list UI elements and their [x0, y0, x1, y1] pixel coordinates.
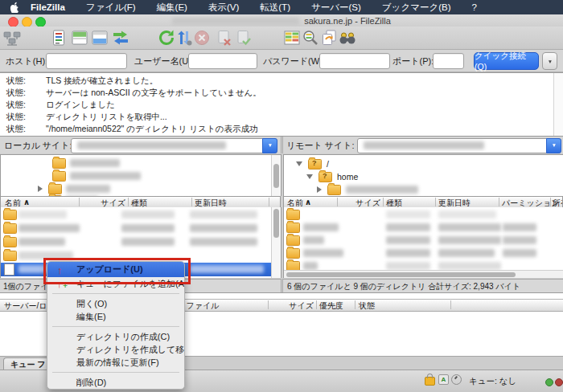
- log-row: 状態:TLS 接続が確立されました。: [0, 76, 555, 88]
- remote-file-row[interactable]: [284, 234, 563, 247]
- collapse-triangle-icon[interactable]: [296, 161, 302, 166]
- remote-file-row[interactable]: [284, 208, 563, 222]
- refresh-button[interactable]: [158, 29, 175, 47]
- search-binoculars-button[interactable]: [339, 29, 356, 47]
- local-site-select[interactable]: ▼: [71, 138, 277, 153]
- remote-file-row[interactable]: [284, 247, 563, 260]
- quickconnect-dropdown-button[interactable]: ▼: [542, 52, 557, 70]
- redacted-type: [386, 249, 430, 257]
- menu-bar: FileZilla ファイル(F) 編集(E) 表示(V) 転送(T) サーバー…: [0, 0, 563, 14]
- expand-triangle-icon[interactable]: [317, 186, 322, 193]
- menu-item-create-directory-enter[interactable]: ディレクトリを作成して移動(Y): [47, 343, 184, 356]
- local-file-row[interactable]: [1, 235, 281, 249]
- menu-bookmarks[interactable]: ブックマーク(B): [382, 2, 451, 14]
- log-status-label: 状態:: [6, 100, 26, 111]
- menu-separator: [52, 293, 179, 294]
- site-manager-button[interactable]: [3, 29, 21, 47]
- menu-server[interactable]: サーバー(S): [311, 2, 361, 14]
- local-tree-row[interactable]: [1, 169, 274, 182]
- remote-file-row[interactable]: [284, 221, 563, 235]
- log-message: "/home/meiann0522" のディレクトリ リストの表示成功: [46, 124, 257, 135]
- menu-file[interactable]: ファイル(F): [86, 2, 136, 14]
- process-queue-button[interactable]: [175, 29, 193, 47]
- remote-tree-home-label: home: [337, 172, 358, 182]
- collapse-triangle-icon[interactable]: [306, 174, 313, 179]
- local-file-row[interactable]: [1, 208, 281, 222]
- expand-triangle-icon[interactable]: [38, 186, 43, 192]
- chevron-down-icon[interactable]: ▼: [546, 138, 561, 153]
- password-input[interactable]: [319, 53, 390, 69]
- local-tree[interactable]: [0, 154, 282, 196]
- local-file-row[interactable]: [1, 222, 281, 235]
- log-status-label: 状態:: [6, 76, 26, 87]
- username-input[interactable]: [188, 53, 257, 69]
- log-status-label: 状態:: [6, 124, 26, 135]
- host-input[interactable]: [46, 53, 127, 69]
- redacted-date: [438, 262, 501, 270]
- redacted-type: [386, 223, 430, 231]
- menu-help[interactable]: ?: [472, 2, 477, 12]
- redacted-name: [303, 262, 318, 270]
- menu-item-create-directory[interactable]: ディレクトリの作成(C): [47, 330, 184, 343]
- cancel-operation-button[interactable]: [193, 29, 211, 47]
- local-tree-scrollbar[interactable]: [271, 155, 281, 196]
- toggle-local-tree-button[interactable]: [71, 29, 88, 47]
- log-message: ログインしました: [46, 100, 115, 111]
- sort-asc-icon: ∧: [305, 198, 311, 206]
- local-tree-row[interactable]: [1, 157, 274, 169]
- folder-icon: [327, 185, 341, 195]
- menu-item-edit[interactable]: 編集(E): [47, 310, 184, 323]
- remote-status-text: 6 個のファイルと 9 個のディレクトリ 合計サイズ: 2,943 バイト: [287, 281, 520, 292]
- menu-item-delete[interactable]: 削除(D): [47, 376, 184, 389]
- remote-tree-row[interactable]: home: [284, 170, 557, 183]
- redacted-permissions: [503, 236, 536, 244]
- menu-item-open[interactable]: 開く(O): [47, 297, 184, 310]
- col-size[interactable]: サイズ: [286, 300, 314, 312]
- local-list-scrollbar[interactable]: [271, 207, 281, 278]
- toggle-log-button[interactable]: [50, 29, 68, 47]
- find-files-button[interactable]: [320, 29, 338, 47]
- redacted-folder-name: [70, 159, 120, 167]
- redacted-remote-path: [364, 141, 484, 149]
- transfer-type-icon[interactable]: A: [438, 374, 449, 385]
- remote-file-list[interactable]: [283, 207, 563, 278]
- chevron-down-icon[interactable]: ▼: [262, 138, 277, 153]
- menu-item-refresh[interactable]: 最新の情報に更新(F): [47, 356, 184, 369]
- log-scrollbar[interactable]: [553, 73, 563, 136]
- disconnect-button[interactable]: [216, 29, 233, 47]
- remote-site-select[interactable]: ▼: [357, 138, 561, 153]
- remote-list-hscrollbar[interactable]: [284, 270, 563, 278]
- menu-app-name[interactable]: FileZilla: [31, 2, 65, 12]
- redacted-name: [303, 249, 343, 257]
- toggle-queue-button[interactable]: [112, 29, 129, 47]
- quickconnect-button[interactable]: クイック接続(Q): [474, 52, 539, 70]
- col-priority[interactable]: 優先度: [319, 300, 343, 312]
- toggle-remote-tree-button[interactable]: [91, 29, 109, 47]
- folder-icon: [3, 223, 17, 234]
- redacted-date: [190, 210, 257, 218]
- redacted-type: [386, 210, 430, 218]
- synchronized-browsing-button[interactable]: [302, 29, 319, 47]
- reconnect-button[interactable]: [235, 29, 253, 47]
- redacted-date: [438, 236, 501, 244]
- remote-tree-row[interactable]: /: [284, 157, 557, 170]
- redacted-type: [386, 262, 430, 270]
- green-indicator-icon: [545, 378, 553, 386]
- menu-edit[interactable]: 編集(E): [157, 2, 187, 14]
- remote-tree-row[interactable]: [284, 183, 557, 196]
- redacted-type: [121, 210, 175, 218]
- menu-view[interactable]: 表示(V): [208, 2, 239, 14]
- menu-transfer[interactable]: 転送(T): [260, 2, 290, 14]
- apple-icon[interactable]: [10, 2, 19, 13]
- speed-limit-icon[interactable]: [451, 374, 462, 385]
- port-input[interactable]: [433, 53, 464, 69]
- directory-comparison-button[interactable]: [283, 29, 301, 47]
- remote-tree[interactable]: / home: [283, 154, 563, 196]
- menu-item-rename[interactable]: 名前の変更(R): [47, 389, 184, 390]
- password-label: パスワード(W):: [263, 55, 325, 67]
- redacted-name: [18, 238, 65, 246]
- col-status[interactable]: 状態: [359, 300, 375, 312]
- redacted-name: [18, 224, 80, 232]
- file-icon: [4, 263, 14, 276]
- lock-icon[interactable]: [425, 377, 435, 386]
